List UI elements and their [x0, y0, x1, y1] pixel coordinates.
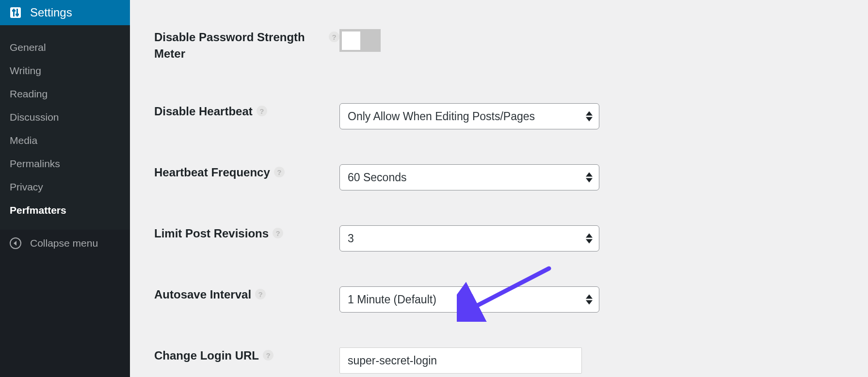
sidebar-item-reading[interactable]: Reading — [0, 82, 130, 106]
help-icon[interactable]: ? — [273, 228, 283, 238]
label-autosave-interval: Autosave Interval ? — [154, 286, 339, 303]
select-heartbeat-frequency[interactable]: 60 Seconds — [339, 164, 599, 190]
sidebar-item-privacy[interactable]: Privacy — [0, 175, 130, 199]
sidebar-header-label: Settings — [30, 6, 72, 19]
sidebar-item-label: Privacy — [10, 181, 43, 192]
help-icon[interactable]: ? — [274, 167, 285, 177]
sidebar-item-label: Writing — [10, 65, 41, 76]
toggle-disable-pwd-strength[interactable] — [339, 29, 381, 52]
svg-rect-0 — [10, 7, 21, 18]
sidebar-item-label: Permalinks — [10, 158, 60, 169]
input-change-login-url[interactable] — [339, 347, 582, 374]
admin-sidebar: Settings General Writing Reading Discuss… — [0, 0, 130, 377]
help-icon[interactable]: ? — [329, 31, 339, 42]
toggle-thumb — [342, 31, 360, 50]
svg-rect-3 — [12, 10, 16, 12]
sidebar-menu: General Writing Reading Discussion Media… — [0, 25, 130, 227]
help-icon[interactable]: ? — [263, 350, 273, 361]
sidebar-item-writing[interactable]: Writing — [0, 59, 130, 82]
select-disable-heartbeat[interactable]: Only Allow When Editing Posts/Pages — [339, 103, 599, 129]
row-heartbeat-frequency: Heartbeat Frequency ? 60 Seconds — [154, 164, 844, 190]
sidebar-item-label: Media — [10, 135, 37, 146]
sidebar-item-label: Perfmatters — [10, 204, 66, 216]
svg-marker-6 — [14, 241, 16, 246]
svg-rect-4 — [16, 14, 19, 16]
label-change-login-url: Change Login URL ? — [154, 347, 339, 364]
label-heartbeat-frequency: Heartbeat Frequency ? — [154, 164, 339, 181]
row-limit-post-revisions: Limit Post Revisions ? 3 — [154, 225, 844, 251]
select-limit-post-revisions[interactable]: 3 — [339, 225, 599, 251]
select-autosave-interval[interactable]: 1 Minute (Default) — [339, 286, 599, 313]
row-disable-heartbeat: Disable Heartbeat ? Only Allow When Edit… — [154, 103, 844, 129]
collapse-menu-label: Collapse menu — [30, 237, 98, 249]
sidebar-item-label: Reading — [10, 88, 48, 99]
sidebar-item-permalinks[interactable]: Permalinks — [0, 152, 130, 175]
settings-form: Disable Password Strength Meter ? Disabl… — [130, 0, 868, 377]
sidebar-item-label: General — [10, 42, 46, 53]
label-limit-post-revisions: Limit Post Revisions ? — [154, 225, 339, 242]
label-disable-pwd-strength: Disable Password Strength Meter ? — [154, 29, 339, 62]
label-disable-heartbeat: Disable Heartbeat ? — [154, 103, 339, 120]
help-icon[interactable]: ? — [255, 289, 266, 299]
sidebar-header-settings[interactable]: Settings — [0, 0, 130, 25]
sidebar-item-perfmatters[interactable]: Perfmatters — [0, 199, 130, 222]
collapse-menu-button[interactable]: Collapse menu — [0, 230, 130, 377]
row-change-login-url: Change Login URL ? — [154, 347, 844, 374]
help-icon[interactable]: ? — [257, 106, 267, 116]
sidebar-item-label: Discussion — [10, 111, 59, 123]
collapse-arrow-icon — [10, 237, 21, 249]
row-autosave-interval: Autosave Interval ? 1 Minute (Default) — [154, 286, 844, 313]
sidebar-item-discussion[interactable]: Discussion — [0, 106, 130, 129]
sidebar-item-general[interactable]: General — [0, 36, 130, 59]
row-disable-pwd-strength: Disable Password Strength Meter ? — [154, 29, 844, 62]
settings-sliders-icon — [9, 6, 22, 19]
sidebar-item-media[interactable]: Media — [0, 129, 130, 152]
